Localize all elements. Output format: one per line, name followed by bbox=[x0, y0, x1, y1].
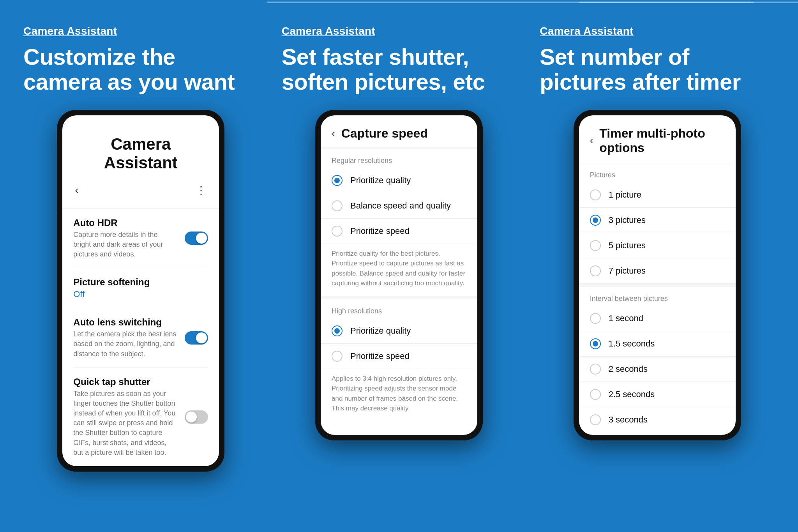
phone-1-screen: Camera Assistant ‹ ⋮ Auto HDR Capture mo… bbox=[62, 115, 219, 466]
radio-prioritize-quality-1[interactable]: Prioritize quality bbox=[321, 168, 477, 193]
setting-picture-softening[interactable]: Picture softening Off bbox=[73, 268, 208, 308]
app-label-3: Camera Assistant bbox=[540, 25, 633, 37]
radio-label-2-seconds: 2 seconds bbox=[609, 364, 648, 374]
radio-1-5-seconds[interactable]: 1.5 seconds bbox=[579, 331, 736, 357]
radio-btn-7-pictures[interactable] bbox=[590, 265, 601, 276]
back-button-2[interactable]: ‹ bbox=[332, 127, 335, 140]
radio-1-second[interactable]: 1 second bbox=[579, 306, 736, 331]
toggle-knob-auto-hdr bbox=[196, 233, 207, 244]
phone-3: ‹ Timer multi-photo options Pictures 1 p… bbox=[574, 110, 741, 440]
setting-name-picture-softening: Picture softening bbox=[73, 277, 200, 288]
phone-2-screen: ‹ Capture speed Regular resolutions Prio… bbox=[321, 115, 477, 435]
radio-label-prioritize-quality-1: Prioritize quality bbox=[350, 175, 411, 186]
radio-label-1-5-seconds: 1.5 seconds bbox=[609, 339, 655, 349]
back-button-1[interactable]: ‹ bbox=[75, 184, 78, 196]
setting-desc-auto-hdr: Capture more details in the bright and d… bbox=[73, 230, 177, 260]
setting-name-quick-tap: Quick tap shutter bbox=[73, 376, 177, 387]
radio-btn-balance[interactable] bbox=[332, 200, 343, 211]
panel-title-3: Set number of pictures after timer bbox=[540, 44, 775, 94]
content-area: Camera Assistant Customize the camera as… bbox=[0, 2, 798, 532]
timer-header: ‹ Timer multi-photo options bbox=[579, 115, 736, 163]
high-res-desc: Applies to 3:4 high resolution pictures … bbox=[321, 369, 477, 421]
toggle-auto-hdr[interactable] bbox=[185, 232, 208, 245]
radio-5-pictures[interactable]: 5 pictures bbox=[579, 233, 736, 258]
panel-customize: Camera Assistant Customize the camera as… bbox=[23, 25, 258, 472]
high-res-label: High resolutions bbox=[321, 299, 477, 318]
radio-2-seconds[interactable]: 2 seconds bbox=[579, 357, 736, 382]
regular-res-desc: Prioritize quality for the best pictures… bbox=[321, 244, 477, 296]
capture-speed-header: ‹ Capture speed bbox=[321, 115, 477, 149]
setting-value-picture-softening: Off bbox=[73, 289, 200, 299]
radio-btn-prioritize-quality-2[interactable] bbox=[332, 325, 343, 336]
radio-btn-prioritize-quality-1[interactable] bbox=[332, 175, 343, 186]
radio-balance-speed-quality[interactable]: Balance speed and quality bbox=[321, 193, 477, 219]
radio-label-5-pictures: 5 pictures bbox=[609, 240, 646, 251]
radio-label-balance: Balance speed and quality bbox=[350, 201, 451, 211]
app-label-1: Camera Assistant bbox=[23, 25, 117, 37]
radio-3-pictures[interactable]: 3 pictures bbox=[579, 208, 736, 233]
toggle-auto-lens[interactable] bbox=[185, 331, 208, 345]
radio-label-3-pictures: 3 pictures bbox=[609, 215, 646, 225]
regular-res-label: Regular resolutions bbox=[321, 149, 477, 168]
panel-timer-multi: Camera Assistant Set number of pictures … bbox=[540, 25, 775, 440]
radio-7-pictures[interactable]: 7 pictures bbox=[579, 258, 736, 284]
radio-label-2-5-seconds: 2.5 seconds bbox=[609, 389, 655, 399]
toggle-knob-auto-lens bbox=[196, 332, 207, 343]
app-label-2: Camera Assistant bbox=[282, 25, 375, 37]
cam-main-title: Camera Assistant bbox=[75, 127, 207, 184]
radio-btn-2-5-seconds[interactable] bbox=[590, 389, 601, 400]
timer-title: Timer multi-photo options bbox=[599, 126, 724, 155]
radio-btn-3-pictures[interactable] bbox=[590, 215, 601, 226]
more-button-1[interactable]: ⋮ bbox=[196, 184, 207, 197]
radio-btn-2-seconds[interactable] bbox=[590, 364, 601, 375]
radio-btn-1-second[interactable] bbox=[590, 313, 601, 324]
pictures-section-label: Pictures bbox=[579, 163, 736, 182]
toggle-knob-quick-tap bbox=[186, 412, 197, 422]
settings-list: Auto HDR Capture more details in the bri… bbox=[62, 209, 219, 466]
setting-auto-lens[interactable]: Auto lens switching Let the camera pick … bbox=[73, 308, 208, 368]
section-divider bbox=[321, 296, 477, 299]
timer-divider bbox=[579, 284, 736, 287]
radio-prioritize-speed-1[interactable]: Prioritize speed bbox=[321, 219, 477, 244]
cam-home-header: Camera Assistant ‹ ⋮ bbox=[62, 115, 219, 209]
setting-name-auto-hdr: Auto HDR bbox=[73, 217, 177, 228]
setting-desc-auto-lens: Let the camera pick the best lens based … bbox=[73, 329, 177, 359]
radio-3-seconds[interactable]: 3 seconds bbox=[579, 407, 736, 432]
radio-prioritize-speed-2[interactable]: Prioritize speed bbox=[321, 344, 477, 369]
radio-btn-5-pictures[interactable] bbox=[590, 240, 601, 251]
phone-2: ‹ Capture speed Regular resolutions Prio… bbox=[315, 110, 483, 440]
radio-label-1-second: 1 second bbox=[609, 313, 643, 323]
interval-section-label: Interval between pictures bbox=[579, 287, 736, 306]
radio-label-3-seconds: 3 seconds bbox=[609, 415, 648, 425]
radio-1-picture[interactable]: 1 picture bbox=[579, 182, 736, 208]
radio-label-7-pictures: 7 pictures bbox=[609, 266, 646, 276]
radio-btn-1-5-seconds[interactable] bbox=[590, 338, 601, 349]
phone-3-screen: ‹ Timer multi-photo options Pictures 1 p… bbox=[579, 115, 736, 435]
radio-2-5-seconds[interactable]: 2.5 seconds bbox=[579, 382, 736, 407]
radio-label-prioritize-quality-2: Prioritize quality bbox=[350, 326, 411, 336]
setting-quick-tap[interactable]: Quick tap shutter Take pictures as soon … bbox=[73, 368, 208, 466]
phone-1: Camera Assistant ‹ ⋮ Auto HDR Capture mo… bbox=[57, 110, 224, 472]
radio-btn-1-picture[interactable] bbox=[590, 189, 601, 200]
radio-prioritize-quality-2[interactable]: Prioritize quality bbox=[321, 318, 477, 344]
panel-capture-speed: Camera Assistant Set faster shutter, sof… bbox=[282, 25, 517, 440]
panel-title-1: Customize the camera as you want bbox=[23, 44, 258, 94]
radio-label-prioritize-speed-1: Prioritize speed bbox=[350, 226, 410, 236]
radio-label-prioritize-speed-2: Prioritize speed bbox=[350, 351, 410, 361]
radio-btn-prioritize-speed-1[interactable] bbox=[332, 226, 343, 237]
radio-btn-3-seconds[interactable] bbox=[590, 414, 601, 425]
setting-desc-quick-tap: Take pictures as soon as your finger tou… bbox=[73, 389, 177, 458]
radio-btn-prioritize-speed-2[interactable] bbox=[332, 351, 343, 362]
panel-title-2: Set faster shutter, soften pictures, etc bbox=[282, 44, 517, 94]
radio-label-1-picture: 1 picture bbox=[609, 190, 641, 200]
back-button-3[interactable]: ‹ bbox=[590, 134, 593, 147]
cam-title-row: ‹ ⋮ bbox=[75, 184, 207, 197]
setting-name-auto-lens: Auto lens switching bbox=[73, 317, 177, 328]
setting-auto-hdr[interactable]: Auto HDR Capture more details in the bri… bbox=[73, 209, 208, 269]
toggle-quick-tap[interactable] bbox=[185, 410, 208, 424]
capture-speed-title: Capture speed bbox=[341, 126, 428, 141]
